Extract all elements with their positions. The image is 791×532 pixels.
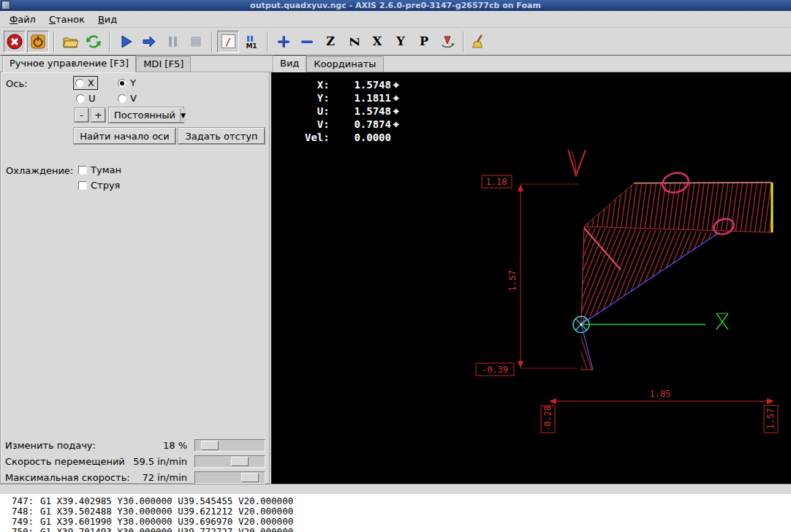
- stop-button[interactable]: [185, 31, 207, 53]
- feed-override-thumb[interactable]: [201, 441, 219, 450]
- machine-limit-marker: [716, 314, 728, 330]
- zoom-out-button[interactable]: [296, 31, 318, 53]
- jog-speed-thumb[interactable]: [231, 457, 249, 466]
- jog-increment-value: Постоянный: [114, 110, 175, 121]
- feed-override-value: 18 %: [163, 440, 187, 451]
- gcode-line-number: 750:: [0, 527, 34, 532]
- chevron-down-icon: ▼: [180, 108, 186, 122]
- toolpath-feed-moves: [581, 183, 772, 370]
- menu-view[interactable]: Вид: [91, 12, 124, 26]
- dim-width-left: -0.28: [542, 406, 553, 432]
- max-velocity-value: 72 in/min: [143, 472, 187, 483]
- menu-machine[interactable]: Станок: [42, 12, 91, 26]
- gcode-line[interactable]: 747: G1 X39.402985 Y30.000000 U39.545455…: [0, 496, 791, 506]
- feed-override-label: Изменить подачу:: [5, 440, 96, 451]
- radio-y-icon: [118, 79, 126, 88]
- max-velocity-thumb[interactable]: [241, 473, 259, 482]
- rotate-view-button[interactable]: [436, 31, 458, 53]
- panel-sash[interactable]: [0, 484, 791, 494]
- step-button[interactable]: [138, 31, 160, 53]
- radio-u-icon: [76, 94, 85, 103]
- axis-label: Ось:: [6, 78, 27, 89]
- toolbar-separator: [463, 31, 464, 52]
- coolant-flood-checkbox[interactable]: Струя: [78, 180, 120, 191]
- axis-radio-y[interactable]: Y: [118, 77, 136, 88]
- gcode-line-number: 749:: [0, 517, 34, 527]
- gcode-listing[interactable]: 747: G1 X39.402985 Y30.000000 U39.545455…: [0, 494, 791, 532]
- zoom-in-icon: [275, 33, 292, 50]
- jog-increment-select[interactable]: Постоянный ▼: [109, 107, 183, 123]
- svg-text:M1: M1: [246, 42, 257, 50]
- view-top-icon: Z: [326, 36, 335, 48]
- axis-radio-u[interactable]: U: [76, 93, 96, 104]
- skip-lines-icon: /: [222, 34, 235, 48]
- view-side-button[interactable]: X: [366, 31, 388, 53]
- feed-override-slider[interactable]: [194, 439, 265, 452]
- home-axis-button[interactable]: Найти начало оси: [74, 128, 175, 144]
- estop-button[interactable]: [4, 31, 26, 53]
- gcode-line[interactable]: 750: G1 X39.701493 Y30.000000 U39.772727…: [0, 527, 791, 532]
- clear-plot-button[interactable]: [469, 31, 491, 53]
- gcode-line-text: G1 X39.402985 Y30.000000 U39.545455 V20.…: [40, 496, 293, 506]
- radio-v-icon: [118, 94, 126, 103]
- open-file-button[interactable]: [59, 31, 81, 53]
- coolant-label: Охлаждение:: [6, 165, 73, 176]
- max-velocity-slider[interactable]: [194, 471, 265, 484]
- tab-dro[interactable]: Координаты: [306, 56, 383, 72]
- view-front-icon: Y: [396, 36, 404, 48]
- jog-minus-button[interactable]: -: [75, 108, 88, 122]
- gcode-line[interactable]: 749: G1 X39.601990 Y30.000000 U39.696970…: [0, 517, 791, 527]
- right-tabs: Вид Координаты: [270, 56, 791, 72]
- touch-off-button[interactable]: Задать отступ: [178, 128, 265, 144]
- pause-button[interactable]: [162, 31, 183, 53]
- view-rotated-top-button[interactable]: Z: [343, 31, 365, 53]
- titlebar: output.quadxyuv.ngc - AXIS 2.6.0-pre0-31…: [0, 0, 791, 11]
- jog-speed-label: Скорость перемещений: [5, 456, 125, 467]
- stop-icon: [187, 33, 205, 50]
- menubar: Файл Станок Вид: [0, 11, 791, 28]
- dim-height-bottom: -0.39: [482, 365, 508, 375]
- view-side-icon: X: [373, 36, 382, 48]
- toolbar: / M1 Z Z X Y P: [0, 28, 791, 56]
- coolant-mist-checkbox[interactable]: Туман: [78, 164, 121, 175]
- optional-pause-button[interactable]: M1: [241, 31, 262, 53]
- view-top-button[interactable]: Z: [319, 31, 341, 53]
- tab-preview[interactable]: Вид: [273, 56, 306, 72]
- dim-width-span: 1.85: [650, 389, 671, 399]
- gcode-line-number: 747:: [0, 496, 34, 506]
- tab-mdi[interactable]: MDI [F5]: [136, 56, 191, 72]
- toolpath-plot: 1.57 1.18 -0.39 1.85 -0.28 1.57: [271, 72, 791, 467]
- left-tabs: Ручное управление [F3] MDI [F5]: [0, 56, 270, 72]
- mist-checkbox-icon: [78, 166, 87, 175]
- max-velocity-row: Максимальная скорость: 72 in/min: [1, 471, 269, 484]
- axis-radio-x[interactable]: X: [74, 77, 97, 89]
- jog-plus-button[interactable]: +: [91, 108, 105, 122]
- jog-speed-row: Скорость перемещений 59.5 in/min: [1, 455, 269, 468]
- preview-panel: Вид Координаты X: 1.5748 ⌖ Y: 1.1811 ⌖ U…: [270, 56, 791, 484]
- estop-icon: [6, 33, 23, 50]
- run-icon: [117, 33, 135, 50]
- dim-height-top: 1.18: [486, 177, 507, 187]
- zoom-in-button[interactable]: [273, 31, 295, 53]
- reload-icon: [85, 33, 102, 50]
- tab-manual-control[interactable]: Ручное управление [F3]: [2, 56, 136, 72]
- origin-marker: [573, 316, 705, 332]
- axis-radio-v[interactable]: V: [118, 93, 137, 104]
- view-perspective-button[interactable]: P: [413, 31, 435, 53]
- preview-canvas[interactable]: X: 1.5748 ⌖ Y: 1.1811 ⌖ U: 1.5748 ⌖ V: 0…: [271, 72, 791, 484]
- jog-speed-slider[interactable]: [194, 455, 265, 468]
- max-velocity-label: Максимальная скорость:: [5, 472, 130, 483]
- menu-file[interactable]: Файл: [3, 12, 42, 26]
- gcode-line-text: G1 X39.701493 Y30.000000 U39.772727 V20.…: [40, 527, 293, 532]
- reload-button[interactable]: [83, 31, 105, 53]
- gcode-line-text: G1 X39.502488 Y30.000000 U39.621212 V20.…: [40, 506, 293, 517]
- gcode-line[interactable]: 748: G1 X39.502488 Y30.000000 U39.621212…: [0, 506, 791, 517]
- toolbar-separator: [53, 31, 55, 52]
- jog-speed-value: 59.5 in/min: [133, 456, 187, 467]
- machine-power-button[interactable]: [27, 31, 49, 53]
- view-front-button[interactable]: Y: [390, 31, 412, 53]
- window-title: output.quadxyuv.ngc - AXIS 2.6.0-pre0-31…: [250, 1, 541, 10]
- toolbar-separator: [109, 31, 110, 52]
- run-button[interactable]: [115, 31, 137, 53]
- skip-lines-button[interactable]: /: [217, 31, 239, 53]
